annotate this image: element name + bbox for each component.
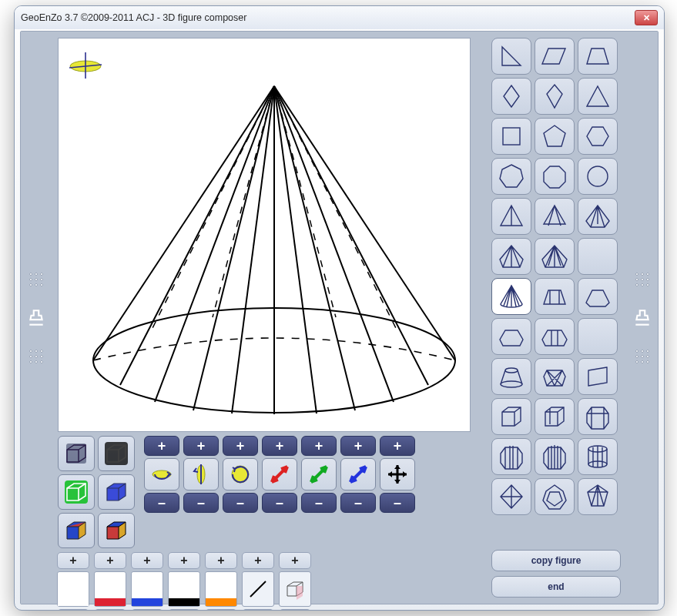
scale-z-minus[interactable]: –	[340, 493, 376, 513]
scale-y-icon[interactable]	[301, 458, 337, 490]
shape-prism-5[interactable]	[535, 398, 575, 435]
shape-pyramid-7[interactable]	[535, 238, 575, 275]
shape-trapezoid[interactable]	[578, 38, 618, 75]
shape-parallelogram[interactable]	[535, 38, 575, 75]
shape-kite[interactable]	[535, 78, 575, 115]
shape-pyramid-5[interactable]	[578, 198, 618, 235]
shape-circle[interactable]	[578, 158, 618, 195]
stamp-icon[interactable]	[632, 308, 652, 328]
line-style-plus[interactable]: +	[242, 552, 274, 569]
axis-gizmo-icon[interactable]	[66, 49, 105, 80]
shape-blank-18[interactable]	[578, 238, 618, 275]
close-button[interactable]: ✕	[635, 10, 658, 25]
scale-y-minus[interactable]: –	[301, 493, 337, 513]
shape-pyramid-6[interactable]	[491, 238, 531, 275]
view-green[interactable]	[58, 474, 95, 510]
move-icon[interactable]	[380, 458, 415, 490]
shape-heptagon[interactable]	[491, 158, 531, 195]
shape-octahedron[interactable]	[491, 478, 531, 515]
color-red-swatch[interactable]	[94, 571, 126, 607]
rotate-y-plus[interactable]: +	[183, 436, 219, 456]
shape-prism-8[interactable]	[535, 438, 575, 475]
shape-prism-7[interactable]	[491, 438, 531, 475]
view-wire-dark[interactable]	[58, 436, 95, 471]
scale-z-icon[interactable]	[340, 458, 376, 490]
action-buttons: copy figure end	[491, 550, 621, 598]
grip-dots-icon[interactable]	[29, 273, 43, 286]
transform-rotate-y: +–	[183, 436, 219, 548]
line-style[interactable]	[242, 571, 274, 607]
shape-hexagon[interactable]	[578, 118, 618, 155]
color-red-plus[interactable]: +	[94, 552, 126, 569]
color-white-swatch[interactable]	[57, 571, 89, 607]
view-solid-blue[interactable]	[98, 474, 135, 510]
shape-frustum-4[interactable]	[535, 278, 575, 315]
shape-prism-6[interactable]	[578, 398, 618, 435]
color-orange-minus[interactable]: –	[205, 609, 237, 611]
shape-rhombus[interactable]	[491, 78, 531, 115]
color-white-minus[interactable]: –	[57, 609, 89, 611]
rotate-z-icon[interactable]	[223, 458, 258, 490]
mini-cube[interactable]	[279, 571, 311, 607]
scale-x-icon[interactable]	[262, 458, 297, 490]
rotate-z-minus[interactable]: –	[223, 493, 258, 513]
shape-frustum-6[interactable]	[491, 318, 531, 355]
shape-pyramid-4[interactable]	[535, 198, 575, 235]
color-blue-minus[interactable]: –	[131, 609, 163, 611]
mini-cube-plus[interactable]: +	[279, 552, 311, 569]
color-orange-plus[interactable]: +	[205, 552, 237, 569]
scale-x-plus[interactable]: +	[262, 436, 297, 456]
shape-antiprism[interactable]	[535, 358, 575, 395]
svg-line-5	[120, 86, 274, 385]
grip-dots-icon[interactable]	[635, 350, 649, 363]
rotate-x-minus[interactable]: –	[144, 493, 179, 513]
color-white-plus[interactable]: +	[57, 552, 89, 569]
view-colour-iso[interactable]	[58, 513, 95, 548]
shape-frustum-5[interactable]	[578, 278, 618, 315]
color-black-plus[interactable]: +	[168, 552, 200, 569]
mini-cube-minus[interactable]: –	[279, 609, 311, 611]
color-black-swatch[interactable]	[168, 571, 200, 607]
view-wire-light[interactable]	[98, 436, 135, 471]
shape-octagon[interactable]	[535, 158, 575, 195]
shape-frustum-7[interactable]	[535, 318, 575, 355]
line-style-minus[interactable]: –	[242, 609, 274, 611]
rotate-x-plus[interactable]: +	[144, 436, 179, 456]
shape-dodecahedron[interactable]	[535, 478, 575, 515]
scale-z-plus[interactable]: +	[340, 436, 376, 456]
rotate-x-icon[interactable]	[144, 458, 179, 490]
shape-tetrahedron[interactable]	[491, 198, 531, 235]
move-plus[interactable]: +	[380, 436, 415, 456]
shape-square[interactable]	[491, 118, 531, 155]
shape-cube[interactable]	[491, 398, 531, 435]
shape-right-triangle[interactable]	[491, 38, 531, 75]
color-red-minus[interactable]: –	[94, 609, 126, 611]
move-minus[interactable]: –	[380, 493, 415, 513]
shape-triangle[interactable]	[578, 78, 618, 115]
close-icon: ✕	[643, 13, 650, 23]
shape-cylinder[interactable]	[578, 438, 618, 475]
view-colour-flat[interactable]	[98, 513, 135, 548]
color-black-minus[interactable]: –	[168, 609, 200, 611]
color-orange-swatch[interactable]	[205, 571, 237, 607]
copy-figure-button[interactable]: copy figure	[491, 550, 621, 571]
stamp-icon[interactable]	[26, 308, 46, 328]
color-blue-plus[interactable]: +	[131, 552, 163, 569]
control-panel: +–+–+–+–+–+–+– +–+–+–+–+–+–+–	[58, 436, 504, 611]
rotate-y-minus[interactable]: –	[183, 493, 219, 513]
shape-wedge[interactable]	[578, 358, 618, 395]
shape-cone[interactable]	[491, 278, 531, 315]
rotate-z-plus[interactable]: +	[223, 436, 258, 456]
scale-x-minus[interactable]: –	[262, 493, 297, 513]
end-button[interactable]: end	[491, 576, 621, 598]
shape-pentagon[interactable]	[535, 118, 575, 155]
grip-dots-icon[interactable]	[29, 350, 43, 363]
drawing-canvas[interactable]	[58, 38, 471, 432]
rotate-y-icon[interactable]	[183, 458, 219, 490]
shape-icosahedron[interactable]	[578, 478, 618, 515]
scale-y-plus[interactable]: +	[301, 436, 337, 456]
grip-dots-icon[interactable]	[635, 273, 649, 286]
shape-blank-24[interactable]	[578, 318, 618, 355]
color-blue-swatch[interactable]	[131, 571, 163, 607]
shape-frustum-cone[interactable]	[491, 358, 531, 395]
